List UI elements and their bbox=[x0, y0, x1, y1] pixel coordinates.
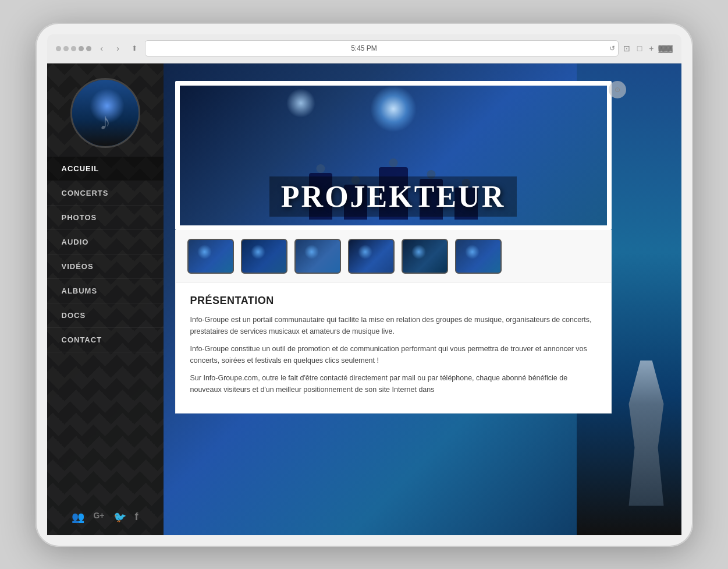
sidebar: ACCUEIL CONCERTS PHOTOS AUDIO VIDÉOS ALB… bbox=[47, 63, 164, 535]
browser-content: ACCUEIL CONCERTS PHOTOS AUDIO VIDÉOS ALB… bbox=[47, 63, 681, 535]
nav-item-docs[interactable]: DOCS bbox=[47, 303, 164, 328]
new-tab-button[interactable]: + bbox=[649, 44, 654, 53]
thumb-3[interactable] bbox=[294, 239, 341, 274]
social-icons: 👥 G+ 🐦 f bbox=[72, 499, 138, 535]
forward-button[interactable]: › bbox=[112, 43, 124, 54]
hero-image: PROJEKTEUR bbox=[180, 86, 607, 225]
dot-5 bbox=[86, 46, 91, 51]
browser-nav: ‹ › ⬆ bbox=[96, 43, 140, 54]
thumb-4[interactable] bbox=[348, 239, 395, 274]
dot-4 bbox=[79, 46, 84, 51]
avatar-person bbox=[72, 108, 139, 135]
thumb-6[interactable] bbox=[455, 239, 502, 274]
hero-title: PROJEKTEUR bbox=[269, 176, 517, 217]
avatar-concert-scene bbox=[72, 80, 139, 146]
social-twitter-icon[interactable]: 🐦 bbox=[113, 511, 126, 524]
thumb-2[interactable] bbox=[241, 239, 287, 274]
main-content: ⊙ PROJEKTEUR bbox=[164, 63, 681, 535]
address-bar-container: ↺ bbox=[145, 40, 619, 56]
social-groups-icon[interactable]: 👥 bbox=[72, 511, 84, 524]
nav-item-concerts[interactable]: CONCERTS bbox=[47, 181, 164, 206]
presentation-title: PRÉSENTATION bbox=[190, 295, 596, 307]
thumb-1[interactable] bbox=[187, 239, 234, 274]
split-view-button[interactable]: ⊡ bbox=[623, 44, 630, 53]
dot-3 bbox=[71, 46, 76, 51]
nav-item-accueil[interactable]: ACCUEIL bbox=[47, 157, 164, 181]
nav-item-videos[interactable]: VIDÉOS bbox=[47, 255, 164, 279]
content-section: PRÉSENTATION Info-Groupe est un portail … bbox=[175, 283, 612, 414]
thumb-5[interactable] bbox=[402, 239, 448, 274]
website-container: ACCUEIL CONCERTS PHOTOS AUDIO VIDÉOS ALB… bbox=[47, 63, 681, 535]
nav-item-albums[interactable]: ALBUMS bbox=[47, 279, 164, 303]
avatar bbox=[70, 78, 140, 148]
traffic-lights bbox=[56, 46, 91, 51]
browser-chrome: ‹ › ⬆ ↺ 5:45 PM ⊡ □ + ▓▓▓ bbox=[47, 34, 681, 63]
device-frame: ‹ › ⬆ ↺ 5:45 PM ⊡ □ + ▓▓▓ bbox=[35, 23, 693, 547]
social-google-icon[interactable]: G+ bbox=[93, 511, 104, 524]
tab-button[interactable]: □ bbox=[637, 44, 642, 53]
reload-button[interactable]: ↺ bbox=[609, 44, 615, 52]
paragraph-1: Info-Groupe est un portail communautaire… bbox=[190, 314, 596, 337]
battery-indicator: ▓▓▓ bbox=[658, 45, 672, 52]
paragraph-2: Info-Groupe constitue un outil de promot… bbox=[190, 343, 596, 366]
dot-1 bbox=[56, 46, 61, 51]
share-button[interactable]: ⬆ bbox=[129, 43, 140, 54]
scroll-indicator: ⊙ bbox=[609, 81, 626, 98]
back-button[interactable]: ‹ bbox=[96, 43, 108, 54]
time-display: 5:45 PM bbox=[351, 44, 377, 52]
social-facebook-icon[interactable]: f bbox=[135, 511, 139, 524]
avatar-container bbox=[70, 78, 140, 148]
dot-2 bbox=[63, 46, 69, 51]
thumbnail-strip bbox=[175, 230, 612, 283]
hero-banner: PROJEKTEUR bbox=[175, 81, 612, 230]
nav-item-photos[interactable]: PHOTOS bbox=[47, 206, 164, 230]
address-bar[interactable] bbox=[145, 40, 619, 56]
nav-menu: ACCUEIL CONCERTS PHOTOS AUDIO VIDÉOS ALB… bbox=[47, 157, 164, 352]
nav-item-contact[interactable]: CONTACT bbox=[47, 328, 164, 352]
nav-item-audio[interactable]: AUDIO bbox=[47, 230, 164, 255]
browser-actions: ⊡ □ + bbox=[623, 44, 654, 53]
paragraph-3: Sur Info-Groupe.com, outre le fait d'êtr… bbox=[190, 372, 596, 395]
paragraph-2-text: Info-Groupe constitue un outil de promot… bbox=[190, 345, 587, 365]
